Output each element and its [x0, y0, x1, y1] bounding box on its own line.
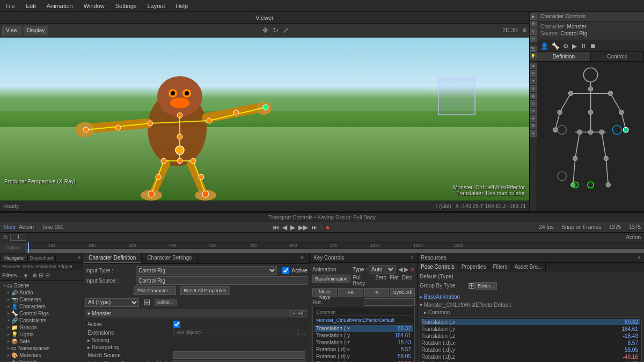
- display-button[interactable]: Display: [24, 26, 49, 35]
- res-editor-btn[interactable]: Editor...: [475, 282, 497, 290]
- sync-all-btn[interactable]: Sync. All: [390, 288, 415, 297]
- tree-item-scene[interactable]: ▾ 🗂 Scene: [1, 282, 82, 289]
- nav-filter-icon[interactable]: ▼: [23, 272, 29, 279]
- tab-asset-browser[interactable]: Asset Bro...: [511, 263, 546, 271]
- tab-pose-controls[interactable]: Pose Controls: [418, 263, 458, 271]
- char-tool-6[interactable]: ⏹: [589, 42, 597, 50]
- translation-x-prop[interactable]: Translation (.x 80.32: [314, 325, 413, 332]
- tab-navigator[interactable]: Navigator: [2, 255, 28, 261]
- nav-tool-2[interactable]: ⊞: [39, 272, 43, 279]
- tree-item-groups[interactable]: ▸ 📁 Groups: [1, 324, 82, 331]
- tool-rotate[interactable]: ↻: [530, 28, 537, 35]
- tool-extra1[interactable]: ◈: [530, 63, 537, 69]
- tree-item-control-rigs[interactable]: ▸ 🦴 Control Rigs: [1, 310, 82, 317]
- nav-close-btn[interactable]: ×: [77, 255, 80, 261]
- story-label[interactable]: Story: [3, 224, 16, 230]
- tab-properties[interactable]: Properties: [458, 263, 490, 271]
- tool-extra7[interactable]: ✶: [530, 108, 537, 114]
- take-label[interactable]: Take 001: [42, 224, 64, 230]
- input-type-dropdown[interactable]: Control Rig: [136, 266, 277, 275]
- char-tool-2[interactable]: 🦴: [551, 42, 561, 50]
- res-tz[interactable]: Translation (.z -18.43: [421, 333, 640, 339]
- tree-item-audio[interactable]: ▸ 🔊 Audio: [1, 289, 82, 296]
- tool-scale[interactable]: ⊞: [530, 36, 537, 42]
- scale-tool-icon[interactable]: ⤢: [283, 26, 289, 34]
- editor-btn[interactable]: Editor...: [155, 299, 177, 306]
- ref-value[interactable]: [364, 298, 415, 306]
- prev-key-btn[interactable]: ⏮: [273, 224, 279, 231]
- tree-item-sets[interactable]: ▸ 📦 Sets: [1, 338, 82, 345]
- tool-select[interactable]: ▶: [530, 13, 537, 20]
- res-rdz[interactable]: Rotation (.d).z -49.16: [421, 354, 640, 360]
- tab-definition[interactable]: Definition: [537, 52, 591, 61]
- tab-fcurves[interactable]: FCurves: [2, 264, 20, 269]
- tool-light[interactable]: 💡: [530, 53, 537, 60]
- tool-extra9[interactable]: ❋: [530, 123, 537, 129]
- playhead[interactable]: [28, 242, 29, 253]
- key-prev-btn[interactable]: ◀: [398, 266, 402, 273]
- rotation-dz-prop[interactable]: Rotation (.d).z -49.16: [314, 360, 413, 362]
- tree-item-materials[interactable]: ▸ 🎨 Materials: [1, 352, 82, 359]
- disc-btn[interactable]: Disc.: [401, 275, 415, 286]
- type-dropdown[interactable]: Auto: [369, 265, 396, 274]
- extensions-btn[interactable]: …: [300, 330, 305, 336]
- key-next-btn[interactable]: ▶: [404, 266, 408, 273]
- tab-filters[interactable]: Filters: [489, 263, 511, 271]
- tool-camera[interactable]: 📷: [530, 46, 537, 52]
- char-tool-3[interactable]: ⚙: [562, 42, 570, 50]
- tree-item-constraints[interactable]: ▾ 🔗 Constraints: [1, 317, 82, 324]
- tool-extra2[interactable]: ⊛: [530, 70, 537, 77]
- res-ty[interactable]: Translation (.y 164.61: [421, 326, 640, 332]
- tree-item-opticals[interactable]: ▸ 👁 Opticals: [1, 359, 82, 362]
- key-controls-close[interactable]: ×: [411, 255, 414, 261]
- menu-animation[interactable]: Animation: [41, 3, 78, 9]
- action-space-mode-dropdown[interactable]: Auto: [173, 360, 305, 362]
- char-tool-4[interactable]: ▶: [571, 42, 578, 50]
- next-frame-btn[interactable]: ▶▶: [298, 224, 308, 231]
- tab-story[interactable]: Story: [22, 264, 33, 269]
- char-tool-5[interactable]: ⏸: [579, 42, 588, 50]
- frame-end-value[interactable]: 1375: [609, 224, 621, 230]
- menu-window[interactable]: Window: [78, 3, 110, 9]
- viewer-canvas[interactable]: Producer Perspective (X-Ray) Monster_Ctr…: [0, 38, 529, 201]
- record-btn[interactable]: ●: [326, 224, 330, 231]
- rotation-dy-prop[interactable]: Rotation (.d).y 58.05: [314, 353, 413, 360]
- fk-btn[interactable]: FK: [338, 288, 363, 297]
- translation-z-prop[interactable]: Translation (.z -18.43: [314, 339, 413, 346]
- menu-file[interactable]: File: [0, 3, 20, 9]
- tool-snap[interactable]: ⊘: [530, 130, 537, 137]
- char-def-close[interactable]: ×: [295, 253, 310, 263]
- tool-extra8[interactable]: ⊗: [530, 115, 537, 122]
- view-button[interactable]: View: [2, 26, 21, 35]
- tree-item-lights[interactable]: ▸ 💡 Lights: [1, 331, 82, 338]
- move-tool-icon[interactable]: ✥: [262, 26, 268, 34]
- timeline-ruler[interactable]: 120 240 360 480 600 720 840 960 1080 120…: [27, 242, 644, 253]
- filter-dropdown[interactable]: All (Type): [85, 298, 139, 307]
- flat-btn[interactable]: Flat: [389, 275, 400, 286]
- res-tx[interactable]: Translation (.x 80.32: [421, 319, 640, 325]
- menu-edit[interactable]: Edit: [20, 3, 41, 9]
- tab-dopesheet[interactable]: Dopesheet: [28, 255, 56, 261]
- key-delete-btn[interactable]: ✕: [410, 266, 415, 273]
- resources-close[interactable]: ×: [638, 255, 641, 261]
- play-btn[interactable]: ▶: [290, 224, 295, 231]
- match-source-value[interactable]: [173, 351, 305, 359]
- char-tool-1[interactable]: 👤: [539, 42, 550, 50]
- tree-item-cameras[interactable]: ▸ 📷 Cameras: [1, 296, 82, 303]
- frame-num[interactable]: 1: [10, 234, 26, 241]
- ik-btn[interactable]: IK: [364, 288, 389, 297]
- tree-item-namespaces[interactable]: ▸ 🏷 Namespaces: [1, 345, 82, 352]
- res-rdy[interactable]: Rotation (.d).y 58.05: [421, 347, 640, 353]
- group-expand-icon[interactable]: ⊞: [468, 280, 475, 291]
- monster-section-header[interactable]: ▾ Monster V: All: [85, 309, 308, 317]
- tree-item-characters[interactable]: ▸ 👤 Characters: [1, 303, 82, 310]
- prev-frame-btn[interactable]: ◀: [282, 224, 287, 231]
- filter-expand-icon[interactable]: ⊞: [143, 297, 150, 307]
- active-checkbox[interactable]: [282, 267, 289, 274]
- viewport-options[interactable]: ⚙: [522, 27, 527, 33]
- tab-controls[interactable]: Controls: [591, 52, 645, 61]
- menu-layout[interactable]: Layout: [142, 3, 171, 9]
- rotate-tool-icon[interactable]: ↻: [273, 26, 279, 34]
- menu-help[interactable]: Help: [171, 3, 194, 9]
- plot-character-btn[interactable]: Plot Character...: [134, 286, 176, 295]
